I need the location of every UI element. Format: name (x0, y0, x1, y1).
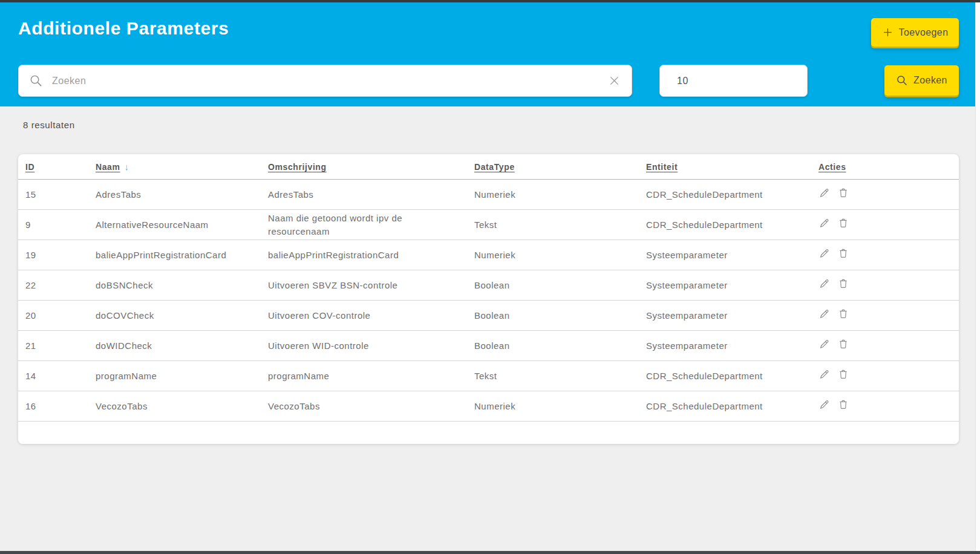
table-row: 14programNameprogramNameTekstCDR_Schedul… (18, 361, 959, 391)
pencil-icon (818, 398, 830, 411)
search-button-label: Zoeken (913, 75, 947, 86)
cell-omschrijving: Naam die getoond wordt ipv de resourcena… (261, 210, 467, 240)
pencil-icon (818, 186, 830, 199)
pencil-icon (818, 307, 830, 320)
clear-search-icon[interactable] (608, 74, 621, 90)
cell-omschrijving: Uitvoeren SBVZ BSN-controle (261, 270, 467, 301)
cell-entiteit: CDR_ScheduleDepartment (639, 180, 811, 210)
sort-desc-icon: ↓ (125, 161, 129, 172)
delete-button[interactable] (838, 247, 849, 263)
edit-button[interactable] (818, 398, 830, 414)
column-header-acties[interactable]: Acties (811, 154, 959, 180)
scrollbar-track[interactable] (975, 2, 980, 551)
cell-naam: balieAppPrintRegistrationCard (88, 240, 261, 270)
cell-id: 15 (18, 180, 88, 210)
cell-acties (811, 240, 959, 270)
table-row: 20doCOVCheckUitvoeren COV-controleBoolea… (18, 301, 959, 331)
cell-datatype: Tekst (467, 210, 639, 240)
window-bottom-edge (0, 551, 980, 554)
cell-id: 9 (18, 210, 88, 240)
results-summary: 8 resultaten (23, 120, 75, 130)
column-header-entiteit[interactable]: Entiteit (639, 154, 811, 180)
cell-naam: doWIDCheck (88, 331, 261, 361)
cell-omschrijving: Uitvoeren WID-controle (261, 331, 467, 361)
search-button[interactable]: Zoeken (884, 65, 959, 96)
cell-id: 14 (18, 361, 88, 391)
search-field-wrap (18, 65, 632, 97)
cell-datatype: Numeriek (467, 180, 639, 210)
cell-acties (811, 210, 959, 240)
edit-button[interactable] (818, 186, 830, 203)
delete-button[interactable] (838, 186, 849, 203)
parameters-table-card: ID Naam↓ Omschrijving DataType Entiteit … (18, 154, 959, 444)
parameters-table: ID Naam↓ Omschrijving DataType Entiteit … (18, 154, 959, 421)
delete-button[interactable] (838, 307, 849, 324)
page-title: Additionele Parameters (18, 18, 229, 39)
delete-button[interactable] (838, 337, 849, 354)
cell-naam: AlternativeResourceNaam (88, 210, 261, 240)
cell-omschrijving: programName (261, 361, 467, 391)
table-row: 9AlternativeResourceNaamNaam die getoond… (18, 210, 959, 240)
edit-button[interactable] (818, 368, 830, 384)
edit-button[interactable] (818, 247, 830, 263)
column-header-naam[interactable]: Naam↓ (88, 154, 261, 180)
trash-icon (838, 217, 849, 229)
cell-id: 21 (18, 331, 88, 361)
column-header-omschrijving[interactable]: Omschrijving (261, 154, 467, 180)
page-header: Additionele Parameters Toevoegen (0, 2, 976, 106)
cell-datatype: Boolean (467, 331, 639, 361)
cell-omschrijving: Uitvoeren COV-controle (261, 301, 467, 331)
page: { "header": { "title": "Additionele Para… (0, 0, 980, 554)
delete-button[interactable] (838, 217, 849, 233)
trash-icon (838, 337, 849, 350)
cell-datatype: Boolean (467, 301, 639, 331)
add-button[interactable]: Toevoegen (871, 18, 959, 47)
delete-button[interactable] (838, 277, 849, 293)
table-header-row: ID Naam↓ Omschrijving DataType Entiteit … (18, 154, 959, 180)
table-row: 16VecozoTabsVecozoTabsNumeriekCDR_Schedu… (18, 391, 959, 422)
column-header-datatype[interactable]: DataType (467, 154, 639, 180)
edit-button[interactable] (818, 307, 830, 324)
edit-button[interactable] (818, 277, 830, 293)
plus-icon (882, 27, 893, 38)
pencil-icon (818, 277, 830, 290)
cell-acties (811, 391, 959, 422)
pencil-icon (818, 337, 830, 350)
search-icon (29, 74, 43, 90)
edit-button[interactable] (818, 217, 830, 233)
table-footer (18, 421, 959, 444)
window-top-edge (0, 0, 980, 2)
column-header-id[interactable]: ID (18, 154, 88, 180)
search-input[interactable] (18, 65, 632, 97)
cell-id: 19 (18, 240, 88, 270)
search-button-icon (896, 74, 908, 86)
cell-datatype: Tekst (467, 361, 639, 391)
cell-acties (811, 331, 959, 361)
trash-icon (838, 186, 849, 199)
add-button-label: Toevoegen (899, 27, 949, 38)
page-size-field-wrap (659, 65, 808, 97)
table-row: 22doBSNCheckUitvoeren SBVZ BSN-controleB… (18, 270, 959, 301)
cell-entiteit: Systeemparameter (639, 240, 811, 270)
trash-icon (838, 277, 849, 290)
cell-acties (811, 361, 959, 391)
cell-entiteit: CDR_ScheduleDepartment (639, 391, 811, 422)
cell-entiteit: CDR_ScheduleDepartment (639, 210, 811, 240)
cell-id: 16 (18, 391, 88, 422)
delete-button[interactable] (838, 368, 849, 384)
cell-omschrijving: VecozoTabs (261, 391, 467, 422)
cell-omschrijving: AdresTabs (261, 180, 467, 210)
table-body: 15AdresTabsAdresTabsNumeriekCDR_Schedule… (18, 180, 959, 422)
cell-naam: doCOVCheck (88, 301, 261, 331)
cell-naam: programName (88, 361, 261, 391)
trash-icon (838, 368, 849, 380)
page-size-input[interactable] (659, 65, 808, 97)
edit-button[interactable] (818, 337, 830, 354)
cell-omschrijving: balieAppPrintRegistrationCard (261, 240, 467, 270)
table-row: 19balieAppPrintRegistrationCardbalieAppP… (18, 240, 959, 270)
cell-naam: VecozoTabs (88, 391, 261, 422)
delete-button[interactable] (838, 398, 849, 414)
table-row: 15AdresTabsAdresTabsNumeriekCDR_Schedule… (18, 180, 959, 210)
cell-naam: doBSNCheck (88, 270, 261, 301)
pencil-icon (818, 368, 830, 380)
